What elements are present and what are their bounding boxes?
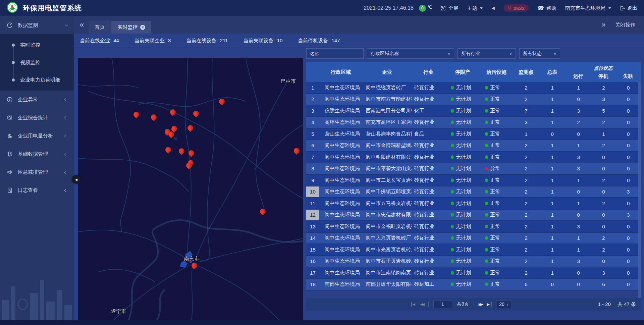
map-marker-pin[interactable] [192, 263, 198, 271]
sidebar-item-power-usage-analysis[interactable]: 企业用电量分析 [0, 127, 74, 145]
table-row[interactable]: 1 阆中生态环境局 阆中强锐页岩砖厂 砖瓦行业 无计划 正常 2 1 1 2 0 [306, 82, 641, 94]
sidebar-item-company-abnormal[interactable]: 企业异常 [0, 91, 74, 109]
cell-company[interactable]: 阆中市江南镇阆南页岩 [362, 267, 411, 278]
sidebar-item-realtime-monitoring[interactable]: 实时监控 [0, 36, 74, 54]
map-marker-pin[interactable] [189, 150, 195, 158]
map-marker-pin[interactable] [171, 126, 177, 134]
table-row[interactable]: 10 阆中生态环境局 阆中千佛镇五郎垭页岩 砖瓦行业 无计划 正常 2 1 0 … [306, 186, 641, 198]
first-page-button[interactable]: ◀ [411, 302, 415, 307]
sidebar-item-company-statistics[interactable]: 企业综合统计 [0, 109, 74, 127]
table-row[interactable]: 3 仪陇生态环境局 西南油气田分公司川中 化工 无计划 正常 7 1 3 5 0 [306, 105, 641, 117]
sidebar-item-emergency-reduction[interactable]: 应急减排管理 [0, 163, 74, 181]
table-row[interactable]: 4 高坪生态环境局 南充市高坪区王家店建 砖瓦行业 无计划 正常 3 1 2 2… [306, 117, 641, 129]
table-scrollbar[interactable] [638, 82, 641, 298]
cell-company[interactable]: 阆中市金福旺页岩机砖 [362, 221, 411, 232]
tabs-scroll-back-icon[interactable]: « [80, 21, 84, 29]
previous-page-button[interactable]: ◀◀ [420, 302, 424, 307]
cell-company[interactable]: 西南油气田分公司川中 [362, 105, 411, 116]
cell-company[interactable]: 阆中市二龙长宝页岩砖 [362, 175, 411, 186]
map-marker-pin[interactable] [219, 99, 225, 107]
sidebar-item-log-view[interactable]: 日志查看 [0, 181, 74, 199]
sidebar-item-video-monitoring[interactable]: 视频监控 [0, 54, 74, 71]
cell-company[interactable]: 营山县润丰肉食品有限 [362, 128, 411, 140]
table-row[interactable]: 9 阆中生态环境局 阆中市二龙长宝页岩砖 砖瓦行业 无计划 正常 2 1 1 2… [306, 175, 641, 186]
cell-company[interactable]: 阆中市光富页岩机砖厂 [362, 244, 411, 255]
cell-company[interactable]: 阆中强锐页岩砖厂 [362, 82, 411, 93]
cell-row-number: 14 [306, 233, 319, 244]
cell-company[interactable]: 阆中市忠信建材有限公 [362, 210, 411, 221]
tab-home[interactable]: 首页 [89, 21, 111, 34]
table-row[interactable]: 17 阆中生态环境局 阆中市江南镇阆南页岩 砖瓦行业 无计划 正常 2 1 0 … [306, 267, 641, 279]
page-title: 环保用电监管系统 [23, 3, 82, 13]
region-filter-select[interactable]: 行政区域名称 ∨ [367, 48, 454, 59]
pin-icon [169, 108, 177, 116]
map-marker-pin[interactable] [151, 114, 157, 122]
sidebar-item-data-monitoring[interactable]: 数据监测 [0, 16, 74, 34]
map-marker-pin[interactable] [170, 109, 176, 117]
cell-facility-status: 正常 [480, 128, 514, 140]
map-marker-pin[interactable] [186, 163, 192, 171]
last-page-button[interactable]: ▶ [487, 302, 491, 307]
table-row[interactable]: 13 阆中生态环境局 阆中市金福旺页岩机砖 砖瓦行业 无计划 正常 2 1 3 … [306, 221, 641, 233]
cell-company[interactable]: 南充市高坪区王家店建 [362, 117, 411, 128]
page-size-select[interactable]: 20 ∨ [496, 300, 512, 308]
cell-company[interactable]: 阆中大兴页岩机砖厂 [362, 233, 411, 244]
cell-company[interactable]: 阆中市石子页岩机砖厂 [362, 256, 411, 267]
cell-industry: 砖瓦行业 [412, 152, 446, 163]
cell-facility-status: 正常 [480, 175, 514, 186]
chevron-down-icon: ∨ [509, 51, 512, 56]
fullscreen-button[interactable]: 全屏 [441, 5, 458, 11]
map-marker-pin[interactable] [193, 111, 199, 119]
speaker-mute-icon[interactable]: ◀ [491, 6, 494, 10]
status-filter-select[interactable]: 所有状态 ∨ [519, 48, 560, 59]
cell-company[interactable]: 阆中明阳建材有限公司 [362, 152, 411, 163]
map-marker-pin[interactable] [179, 148, 185, 156]
map-canvas[interactable]: 巴中市南充市遂宁市 [78, 58, 303, 320]
cell-offline: 0 [616, 140, 641, 151]
table-row[interactable]: 12 阆中生态环境局 阆中市忠信建材有限公 砖瓦行业 无计划 正常 2 1 0 … [306, 210, 641, 221]
logout-button[interactable]: 退出 [620, 5, 637, 11]
tab-realtime-monitoring[interactable]: 实时监控 × [111, 21, 151, 34]
sidebar-item-base-data-management[interactable]: 基础数据管理 [0, 145, 74, 163]
table-row[interactable]: 2 阆中生态环境局 阆中市南方节能建材有 砖瓦行业 无计划 正常 2 1 0 3… [306, 94, 641, 106]
cell-monitor-points: 2 [514, 244, 539, 255]
tabs-scroll-forward-icon[interactable]: » [602, 21, 606, 29]
map-marker-pin[interactable] [165, 147, 171, 155]
map-marker-pin[interactable] [294, 148, 300, 156]
cell-monitor-points: 2 [514, 221, 539, 232]
cell-company[interactable]: 阆中市枣碧大梁山页岩 [362, 163, 411, 174]
sidebar-collapse-handle[interactable]: ◀ [72, 175, 80, 184]
table-row[interactable]: 15 阆中生态环境局 阆中市光富页岩机砖厂 砖瓦行业 无计划 正常 2 1 1 … [306, 244, 641, 256]
table-row[interactable]: 6 阆中生态环境局 阆中市金博瑞新型墙材 砖瓦行业 无计划 正常 2 1 1 2… [306, 140, 641, 152]
cell-company[interactable]: 南部县雄华太阳有限公 [362, 279, 411, 290]
sidebar-item-power-load-detail[interactable]: 企业电力负荷明细 [0, 71, 74, 89]
notification-badge[interactable]: 2632 [503, 4, 529, 12]
cell-monitor-points: 2 [514, 175, 539, 186]
table-row[interactable]: 14 阆中生态环境局 阆中大兴页岩机砖厂 砖瓦行业 无计划 正常 2 1 1 2… [306, 233, 641, 245]
table-row[interactable]: 16 阆中生态环境局 阆中市石子页岩机砖厂 砖瓦行业 无计划 正常 2 1 3 … [306, 256, 641, 268]
cell-company[interactable]: 阆中市五马桥页岩机砖 [362, 198, 411, 209]
map-marker-pin[interactable] [260, 209, 266, 217]
map-marker-pin[interactable] [133, 112, 140, 120]
theme-menu[interactable]: 主题 [467, 5, 483, 11]
next-page-button[interactable]: ▶▶ [479, 302, 482, 307]
map-marker-pin[interactable] [187, 125, 194, 133]
cell-facility-status: 正常 [480, 105, 514, 116]
tab-close-icon[interactable]: × [140, 25, 145, 30]
table-row[interactable]: 11 阆中生态环境局 阆中市五马桥页岩机砖 砖瓦行业 无计划 正常 2 1 1 … [306, 198, 641, 210]
cell-company[interactable]: 阆中市南方节能建材有 [362, 94, 411, 105]
table-row[interactable]: 8 阆中生态环境局 阆中市枣碧大梁山页岩 砖瓦行业 无计划 异常 2 1 3 0… [306, 163, 641, 175]
table-row[interactable]: 18 南部生态环境局 南部县雄华太阳有限公 砖材加工 无计划 正常 6 0 0 … [306, 279, 641, 291]
table-row[interactable]: 5 营山生态环境局 营山县润丰肉食品有限 食品 无计划 正常 1 0 0 1 0 [306, 128, 641, 140]
cell-company[interactable]: 阆中市金博瑞新型墙材 [362, 140, 411, 151]
industry-filter-select[interactable]: 所有行业 ∨ [458, 48, 516, 59]
sidebar: 数据监测 实时监控 视频监控 企业电力负荷明细 企业异常 企业综合统计 企业用电… [0, 16, 74, 320]
help-button[interactable]: ☎ 帮助 [537, 5, 556, 11]
name-filter-input[interactable] [310, 51, 360, 56]
table-row[interactable]: 7 阆中生态环境局 阆中明阳建材有限公司 砖瓦行业 无计划 正常 2 1 3 0… [306, 152, 641, 163]
org-menu[interactable]: 南充市生态环境局 [565, 5, 611, 11]
cell-monitor-points: 2 [514, 163, 539, 174]
close-operations-button[interactable]: 关闭操作 [615, 22, 635, 28]
page-number-input[interactable] [433, 300, 452, 308]
cell-company[interactable]: 阆中千佛镇五郎垭页岩 [362, 186, 411, 198]
